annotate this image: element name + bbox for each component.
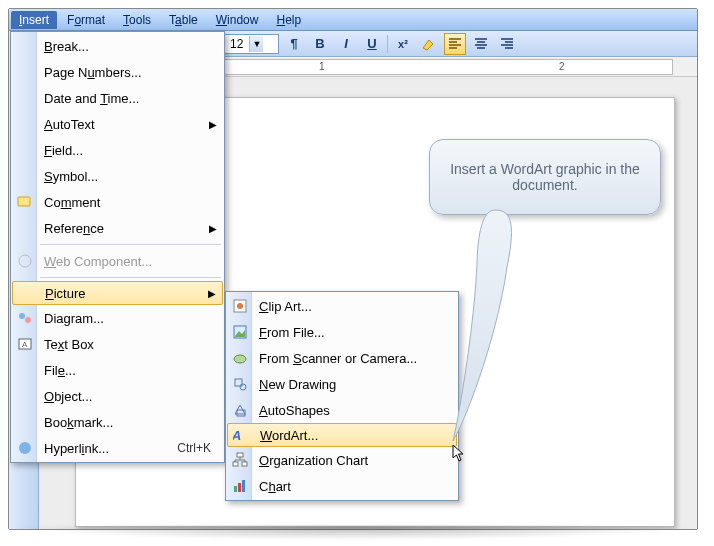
- mi-new-drawing[interactable]: New Drawing: [227, 371, 457, 397]
- mi-file[interactable]: File...: [12, 357, 223, 383]
- mi-from-file[interactable]: From File...: [227, 319, 457, 345]
- svg-text:A: A: [22, 340, 28, 349]
- orgchart-icon: [231, 451, 249, 469]
- label: Hyperlink...: [44, 441, 109, 456]
- highlight-icon: [421, 36, 437, 52]
- mi-text-box[interactable]: A Text Box: [12, 331, 223, 357]
- bold-button[interactable]: B: [309, 33, 331, 55]
- menu-table[interactable]: Table: [161, 11, 206, 29]
- svg-text:A: A: [233, 428, 244, 443]
- menu-format[interactable]: Format: [59, 11, 113, 29]
- mi-object[interactable]: Object...: [12, 383, 223, 409]
- ruler-tick: 2: [559, 61, 565, 72]
- label: Symbol...: [44, 169, 98, 184]
- dropdown-arrow-icon: ▼: [249, 36, 263, 52]
- label: AutoShapes: [259, 403, 330, 418]
- label: From Scanner or Camera...: [259, 351, 417, 366]
- image-file-icon: [231, 323, 249, 341]
- svg-rect-0: [18, 197, 30, 206]
- underline-button[interactable]: U: [361, 33, 383, 55]
- label: Object...: [44, 389, 92, 404]
- scanner-icon: [231, 349, 249, 367]
- label: Chart: [259, 479, 291, 494]
- mi-picture[interactable]: Picture▶: [12, 281, 223, 305]
- svg-rect-19: [242, 462, 247, 466]
- shortcut: Ctrl+K: [177, 441, 211, 455]
- mi-comment[interactable]: Comment: [12, 189, 223, 215]
- submenu-arrow-icon: ▶: [209, 119, 217, 130]
- decorative-shadow: [8, 526, 698, 540]
- mi-autoshapes[interactable]: AutoShapes: [227, 397, 457, 423]
- mi-chart[interactable]: Chart: [227, 473, 457, 499]
- drawing-icon: [231, 375, 249, 393]
- chart-icon: [231, 477, 249, 495]
- label: AutoText: [44, 117, 95, 132]
- mi-symbol[interactable]: Symbol...: [12, 163, 223, 189]
- mi-date-time[interactable]: Date and Time...: [12, 85, 223, 111]
- submenu-arrow-icon: ▶: [209, 223, 217, 234]
- label: Web Component...: [44, 254, 152, 269]
- mi-wordart[interactable]: A WordArt...: [227, 423, 457, 447]
- svg-point-1: [19, 255, 31, 267]
- svg-rect-18: [233, 462, 238, 466]
- mi-clip-art[interactable]: Clip Art...: [227, 293, 457, 319]
- align-right-button[interactable]: [496, 33, 518, 55]
- label: From File...: [259, 325, 325, 340]
- web-icon: [16, 252, 34, 270]
- hyperlink-icon: [16, 439, 34, 457]
- label: Reference: [44, 221, 104, 236]
- mi-diagram[interactable]: Diagram...: [12, 305, 223, 331]
- mi-page-numbers[interactable]: Page Numbers...: [12, 59, 223, 85]
- show-formatting-button[interactable]: ¶: [283, 33, 305, 55]
- italic-button[interactable]: I: [335, 33, 357, 55]
- mi-bookmark[interactable]: Bookmark...: [12, 409, 223, 435]
- label: File...: [44, 363, 76, 378]
- mi-reference[interactable]: Reference▶: [12, 215, 223, 241]
- submenu-arrow-icon: ▶: [208, 288, 216, 299]
- label: Field...: [44, 143, 83, 158]
- align-left-button[interactable]: [444, 33, 466, 55]
- menu-window[interactable]: Window: [208, 11, 267, 29]
- insert-dropdown: Break... Page Numbers... Date and Time..…: [10, 31, 225, 463]
- svg-point-8: [237, 303, 243, 309]
- picture-submenu: Clip Art... From File... From Scanner or…: [225, 291, 459, 501]
- svg-rect-22: [242, 480, 245, 492]
- superscript-button[interactable]: x²: [392, 33, 414, 55]
- svg-rect-21: [238, 483, 241, 492]
- highlight-button[interactable]: [418, 33, 440, 55]
- label: Date and Time...: [44, 91, 139, 106]
- menu-insert[interactable]: Insert: [11, 11, 57, 29]
- label: Comment: [44, 195, 100, 210]
- font-size-value: 12: [230, 37, 243, 51]
- ruler-tick: 1: [319, 61, 325, 72]
- menu-help[interactable]: Help: [268, 11, 309, 29]
- mi-autotext[interactable]: AutoText▶: [12, 111, 223, 137]
- svg-point-2: [19, 313, 25, 319]
- label: Break...: [44, 39, 89, 54]
- mi-org-chart[interactable]: Organization Chart: [227, 447, 457, 473]
- mi-hyperlink[interactable]: Hyperlink... Ctrl+K: [12, 435, 223, 461]
- align-center-button[interactable]: [470, 33, 492, 55]
- label: Clip Art...: [259, 299, 312, 314]
- align-right-icon: [499, 36, 515, 52]
- align-center-icon: [473, 36, 489, 52]
- app-frame: Insert Format Tools Table Window Help ma…: [8, 8, 698, 530]
- comment-icon: [16, 193, 34, 211]
- mi-web-component: Web Component...: [12, 248, 223, 274]
- label: WordArt...: [260, 428, 318, 443]
- svg-rect-17: [237, 453, 243, 457]
- label: New Drawing: [259, 377, 336, 392]
- menubar: Insert Format Tools Table Window Help: [9, 9, 697, 31]
- mi-field[interactable]: Field...: [12, 137, 223, 163]
- diagram-icon: [16, 309, 34, 327]
- textbox-icon: A: [16, 335, 34, 353]
- svg-rect-20: [234, 486, 237, 492]
- mi-from-scanner[interactable]: From Scanner or Camera...: [227, 345, 457, 371]
- mi-break[interactable]: Break...: [12, 33, 223, 59]
- clipart-icon: [231, 297, 249, 315]
- wordart-icon: A: [232, 426, 250, 444]
- align-left-icon: [447, 36, 463, 52]
- font-size-combo[interactable]: 12 ▼: [223, 34, 279, 54]
- label: Diagram...: [44, 311, 104, 326]
- menu-tools[interactable]: Tools: [115, 11, 159, 29]
